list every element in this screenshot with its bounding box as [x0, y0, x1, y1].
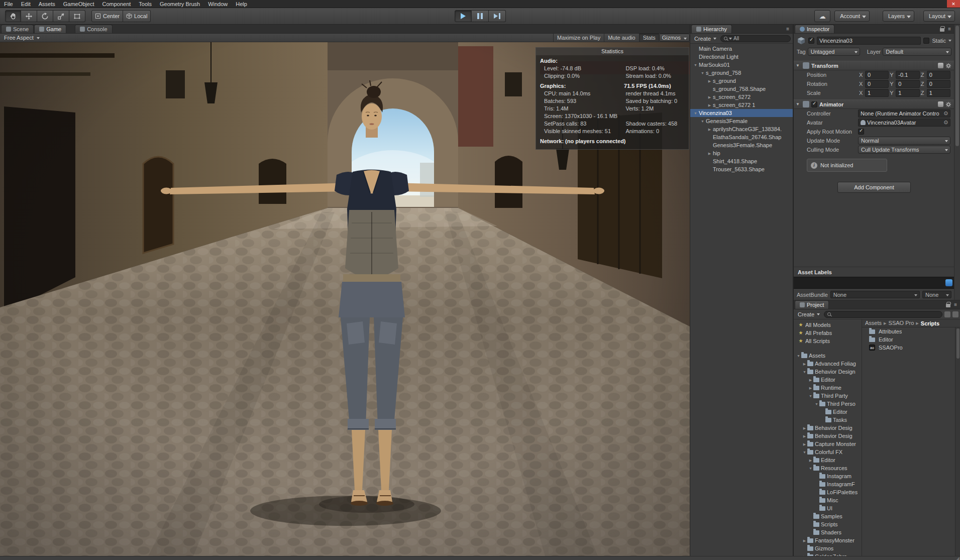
menu-item[interactable]: Tools: [135, 1, 156, 7]
active-checkbox[interactable]: [808, 38, 814, 44]
breadcrumb-item[interactable]: SSAO Pro: [889, 320, 921, 326]
project-folder[interactable]: GoldenZebra: [794, 552, 862, 556]
foldout-arrow-icon[interactable]: [699, 120, 706, 123]
help-icon[interactable]: [938, 101, 943, 107]
y-field[interactable]: 1: [896, 89, 919, 97]
project-file[interactable]: Attributes: [862, 327, 960, 335]
foldout-arrow-icon[interactable]: [802, 539, 807, 542]
menu-item[interactable]: Geometry Brush: [156, 1, 204, 7]
hierarchy-item[interactable]: s_ground: [690, 77, 793, 85]
project-folder[interactable]: Capture Monster: [794, 440, 862, 448]
foldout-arrow-icon[interactable]: [692, 111, 699, 115]
foldout-arrow-icon[interactable]: [706, 103, 713, 107]
project-folder[interactable]: Behavior Design: [794, 368, 862, 376]
view-tab[interactable]: Scene: [1, 25, 34, 33]
project-file[interactable]: Editor: [862, 335, 960, 344]
breadcrumb-item[interactable]: Scripts: [921, 320, 939, 326]
resize-grip-icon[interactable]: ◢: [956, 556, 960, 560]
lock-icon[interactable]: [940, 28, 944, 32]
game-toolbar-button[interactable]: Maximize on Play: [553, 34, 604, 42]
menu-item[interactable]: File: [0, 1, 17, 7]
game-viewport[interactable]: Statistics Audio: Level: -74.8 dB DSP lo…: [0, 42, 690, 556]
hierarchy-search[interactable]: All: [720, 35, 791, 42]
inspector-scrollbar[interactable]: [954, 25, 960, 300]
culling-mode-dropdown[interactable]: Cull Update Transforms: [858, 146, 950, 154]
account-dropdown[interactable]: Account: [834, 11, 870, 22]
window-close-button[interactable]: ✕: [947, 0, 960, 8]
pivot-center-button[interactable]: Center: [91, 10, 123, 22]
animator-component-header[interactable]: Animator: [794, 99, 954, 109]
project-folder[interactable]: Third Party: [794, 392, 862, 400]
project-folder[interactable]: Third Perso: [794, 400, 862, 408]
hierarchy-create-button[interactable]: Create: [692, 35, 718, 42]
project-folder[interactable]: Resources: [794, 464, 862, 472]
object-picker-icon[interactable]: ⊙: [944, 120, 948, 125]
transform-component-header[interactable]: Transform: [794, 61, 954, 70]
project-file[interactable]: ao SSAOPro: [862, 344, 960, 352]
favorite-item[interactable]: ★ All Models: [794, 321, 862, 329]
project-folder[interactable]: InstagramF: [794, 480, 862, 488]
project-folder[interactable]: Misc: [794, 496, 862, 504]
foldout-arrow-icon[interactable]: [692, 63, 699, 67]
x-field[interactable]: 0: [865, 71, 889, 79]
favorite-item[interactable]: ★ All Scripts: [794, 337, 862, 345]
hand-tool-button[interactable]: [5, 10, 21, 22]
layer-dropdown[interactable]: Default: [883, 48, 951, 56]
foldout-arrow-icon[interactable]: [808, 467, 813, 470]
foldout-arrow-icon[interactable]: [802, 451, 807, 454]
gear-icon[interactable]: [945, 101, 951, 107]
menu-item[interactable]: Component: [98, 1, 135, 7]
hierarchy-item[interactable]: Genesis3Female: [690, 117, 793, 125]
foldout-arrow-icon[interactable]: [802, 362, 807, 366]
game-toolbar-button[interactable]: Mute audio: [604, 34, 638, 42]
rotate-tool-button[interactable]: [37, 10, 53, 22]
hierarchy-item[interactable]: Shirt_4418.Shape: [690, 157, 793, 165]
foldout-arrow-icon[interactable]: [802, 370, 807, 374]
project-folder[interactable]: Assets: [794, 352, 862, 360]
view-tab[interactable]: Console: [75, 25, 112, 33]
hierarchy-item[interactable]: s_ground_758: [690, 69, 793, 77]
apply-root-motion-checkbox[interactable]: [858, 129, 864, 135]
assetbundle-dropdown[interactable]: None: [830, 291, 920, 298]
foldout-arrow-icon[interactable]: [796, 64, 801, 68]
menu-item[interactable]: Help: [232, 1, 251, 7]
project-folder[interactable]: Behavior Desig: [794, 424, 862, 432]
foldout-arrow-icon[interactable]: [814, 402, 819, 406]
hierarchy-item[interactable]: s_screen_6272: [690, 93, 793, 101]
hierarchy-item[interactable]: s_ground_758.Shape: [690, 85, 793, 93]
move-tool-button[interactable]: [21, 10, 37, 22]
x-field[interactable]: 0: [865, 80, 889, 88]
hierarchy-item[interactable]: Genesis3Female.Shape: [690, 141, 793, 149]
foldout-arrow-icon[interactable]: [802, 442, 807, 446]
avatar-field[interactable]: Vincenzina03Avatar ⊙: [858, 119, 950, 127]
project-folder[interactable]: FantasyMonster: [794, 536, 862, 544]
project-create-button[interactable]: Create: [796, 311, 822, 318]
foldout-arrow-icon[interactable]: [802, 426, 807, 430]
hierarchy-menu-icon[interactable]: ≡: [786, 27, 789, 32]
menu-item[interactable]: GameObject: [59, 1, 98, 7]
help-icon[interactable]: [938, 63, 943, 68]
foldout-arrow-icon[interactable]: [808, 378, 813, 382]
pause-button[interactable]: [472, 10, 489, 22]
project-folder[interactable]: LoFiPalettes: [794, 488, 862, 496]
foldout-arrow-icon[interactable]: [802, 434, 807, 438]
favorite-item[interactable]: ★ All Prefabs: [794, 329, 862, 337]
foldout-arrow-icon[interactable]: [706, 128, 713, 131]
scale-tool-button[interactable]: [53, 10, 69, 22]
project-folder[interactable]: Editor: [794, 408, 862, 416]
z-field[interactable]: 1: [927, 89, 950, 97]
rect-tool-button[interactable]: [69, 10, 85, 22]
add-component-button[interactable]: Add Component: [837, 182, 911, 193]
y-field[interactable]: -0.1: [896, 71, 919, 79]
hierarchy-item[interactable]: Trouser_5633.Shape: [690, 165, 793, 173]
project-folder[interactable]: Scripts: [794, 520, 862, 528]
update-mode-dropdown[interactable]: Normal: [858, 137, 950, 145]
project-tab[interactable]: Project: [795, 300, 829, 309]
object-name-field[interactable]: Vincenzina03: [817, 37, 921, 45]
search-by-type-icon[interactable]: [944, 311, 950, 317]
cloud-button[interactable]: ☁: [814, 10, 830, 22]
foldout-arrow-icon[interactable]: [796, 354, 801, 358]
y-field[interactable]: 0: [896, 80, 919, 88]
hierarchy-item[interactable]: Vincenzina03: [690, 109, 793, 117]
assetbundle-variant-dropdown[interactable]: None: [922, 291, 951, 298]
